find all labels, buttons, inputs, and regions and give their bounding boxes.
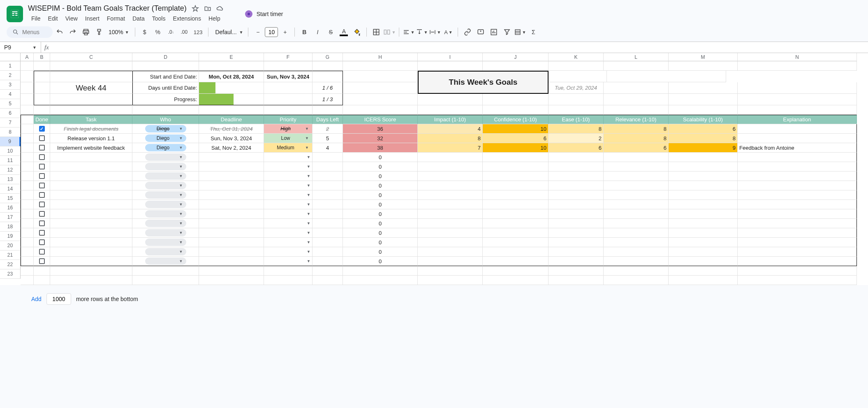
row-header[interactable]: 16 <box>0 203 21 213</box>
cell[interactable] <box>604 162 669 172</box>
row-header[interactable]: 9 <box>0 137 21 146</box>
timer-button[interactable]: Start timer <box>245 10 283 18</box>
cell[interactable] <box>604 209 669 219</box>
cell[interactable] <box>418 266 483 276</box>
cell[interactable] <box>264 276 312 285</box>
cell[interactable] <box>21 247 34 257</box>
who-chip[interactable]: ▼ <box>132 200 199 209</box>
cell[interactable] <box>738 153 857 162</box>
cell[interactable] <box>669 181 738 190</box>
col-header[interactable]: J <box>483 53 549 61</box>
cell[interactable] <box>604 238 669 247</box>
merge-button[interactable]: ▼ <box>383 26 396 38</box>
cell[interactable] <box>483 247 549 257</box>
paint-format-button[interactable] <box>93 26 105 38</box>
cell[interactable] <box>738 238 857 247</box>
scalability[interactable]: 9 <box>669 143 738 153</box>
cell[interactable] <box>21 172 34 181</box>
cell[interactable] <box>132 61 199 71</box>
row-header[interactable]: 23 <box>0 269 21 279</box>
cell[interactable] <box>50 209 132 219</box>
menu-data[interactable]: Data <box>129 14 148 23</box>
cell[interactable] <box>483 94 549 105</box>
who-chip[interactable]: ▼ <box>132 162 199 172</box>
days-left[interactable]: 5 <box>312 134 343 143</box>
cell[interactable] <box>483 228 549 238</box>
cell[interactable] <box>312 266 343 276</box>
row-header[interactable]: 21 <box>0 250 21 260</box>
zoom-select[interactable]: 100%▼ <box>106 29 132 35</box>
icers-score[interactable]: 0 <box>343 257 418 266</box>
cell[interactable] <box>549 200 604 209</box>
cell[interactable] <box>483 181 549 190</box>
sheets-logo-icon[interactable] <box>7 6 23 22</box>
cell[interactable] <box>418 172 483 181</box>
cell[interactable] <box>50 94 132 105</box>
col-header[interactable]: K <box>549 53 604 61</box>
cell[interactable] <box>738 172 857 181</box>
cell[interactable] <box>418 257 483 266</box>
cell[interactable] <box>604 276 669 285</box>
row-header[interactable]: 4 <box>0 90 21 99</box>
font-select[interactable]: Defaul...▼ <box>212 29 245 35</box>
cell[interactable] <box>604 247 669 257</box>
col-header[interactable]: E <box>199 53 264 61</box>
cell[interactable] <box>199 209 264 219</box>
cell[interactable] <box>312 181 343 190</box>
cell[interactable] <box>50 276 132 285</box>
cell[interactable] <box>669 276 738 285</box>
who-chip[interactable]: ▼ <box>132 181 199 190</box>
number-format-button[interactable]: 123 <box>191 26 205 38</box>
cell[interactable] <box>199 162 264 172</box>
strikethrough-button[interactable]: S <box>324 26 337 38</box>
row-header[interactable]: 22 <box>0 260 21 269</box>
priority-chip[interactable]: High▼ <box>264 124 312 134</box>
borders-button[interactable] <box>370 26 382 38</box>
menu-edit[interactable]: Edit <box>45 14 61 23</box>
name-box[interactable]: P9▼ <box>0 42 41 53</box>
cell[interactable] <box>50 61 132 71</box>
comment-button[interactable] <box>475 26 487 38</box>
menu-file[interactable]: File <box>28 14 44 23</box>
cell[interactable] <box>21 200 34 209</box>
priority-chip[interactable]: ▼ <box>264 153 312 162</box>
cell[interactable] <box>483 257 549 266</box>
cell[interactable] <box>738 247 857 257</box>
cell[interactable] <box>34 82 50 94</box>
cell[interactable] <box>312 61 343 71</box>
menu-view[interactable]: View <box>62 14 81 23</box>
menu-tools[interactable]: Tools <box>149 14 169 23</box>
row-header[interactable]: 6 <box>0 109 21 118</box>
cell[interactable] <box>199 61 264 71</box>
who-chip[interactable]: ▼ <box>132 247 199 257</box>
cell[interactable] <box>312 153 343 162</box>
days-left[interactable]: 2 <box>312 124 343 134</box>
cell[interactable] <box>34 71 50 82</box>
priority-chip[interactable]: ▼ <box>264 172 312 181</box>
cell[interactable] <box>418 94 483 105</box>
cloud-status-icon[interactable] <box>216 5 224 12</box>
col-header[interactable]: N <box>738 53 857 61</box>
row-header[interactable]: 14 <box>0 184 21 194</box>
menu-insert[interactable]: Insert <box>82 14 103 23</box>
cell[interactable] <box>50 162 132 172</box>
cell[interactable] <box>549 266 604 276</box>
cell[interactable] <box>132 105 199 115</box>
done-checkbox[interactable] <box>34 257 50 266</box>
cell[interactable] <box>312 209 343 219</box>
chart-button[interactable] <box>488 26 500 38</box>
icers-score[interactable]: 38 <box>343 143 418 153</box>
cell[interactable] <box>199 200 264 209</box>
cell[interactable] <box>199 219 264 228</box>
explanation[interactable] <box>738 124 857 134</box>
col-header[interactable]: F <box>264 53 312 61</box>
cell[interactable] <box>738 257 857 266</box>
cell[interactable] <box>50 190 132 200</box>
cell[interactable] <box>549 162 604 172</box>
cell[interactable] <box>312 276 343 285</box>
cell[interactable] <box>669 153 738 162</box>
col-header[interactable]: H <box>343 53 418 61</box>
col-header[interactable]: A <box>21 53 34 61</box>
increase-decimal-button[interactable]: .00 <box>178 26 190 38</box>
cell[interactable] <box>343 276 418 285</box>
